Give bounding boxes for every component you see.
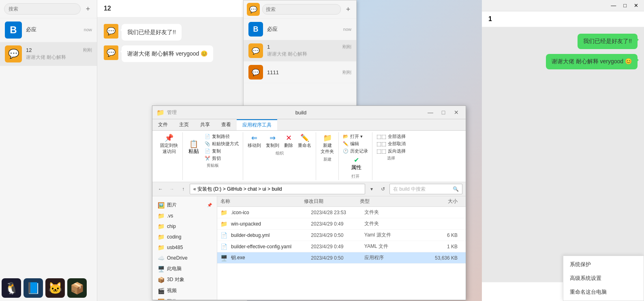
- fe-paste-shortcut-item[interactable]: 📎 粘贴快捷方式: [203, 140, 240, 147]
- fe-refresh-button[interactable]: ↺: [378, 184, 388, 194]
- fe-move-to-button[interactable]: ⇐ 移动到: [246, 133, 263, 150]
- right-maximize-button[interactable]: □: [621, 2, 629, 9]
- fe-sidebar-item-coding[interactable]: 📁 coding: [152, 232, 217, 242]
- file-name-builder-effective: builder-effective-config.yaml: [231, 244, 311, 249]
- fe-maximize-button[interactable]: □: [438, 108, 449, 116]
- col-header-size[interactable]: 大小: [416, 198, 462, 205]
- fe-select-none-item[interactable]: ⬚⬚ 全部取消: [375, 140, 407, 147]
- fe-history-item[interactable]: 🕐 历史记录: [341, 148, 370, 155]
- overlay-list-item-1111[interactable]: 💬 1111 刚刚: [244, 62, 356, 83]
- fe-properties-button[interactable]: ✔ 属性: [348, 155, 365, 173]
- fe-tab-view[interactable]: 查看: [216, 119, 237, 130]
- fe-paste-button[interactable]: 📋 粘贴: [185, 139, 202, 157]
- fe-file-row-builder-effective[interactable]: 📄 builder-effective-config.yaml 2023/4/2…: [217, 241, 466, 252]
- col-header-date[interactable]: 修改日期: [304, 198, 360, 205]
- fe-close-button[interactable]: ✕: [451, 108, 462, 116]
- copy-path-icon: 📄: [205, 134, 210, 139]
- fe-address-input[interactable]: [190, 184, 365, 194]
- fe-clipboard-label: 剪贴板: [207, 163, 219, 168]
- chat-search-input[interactable]: [4, 3, 81, 15]
- fe-file-row-exe[interactable]: 🖥️ 钥.exe 2023/4/29 0:50 应用程序 53,636 KB: [217, 252, 466, 264]
- fe-sidebar-item-videos[interactable]: 🎬 视频: [152, 285, 217, 296]
- fe-paste-shortcut-label: 粘贴快捷方式: [212, 141, 239, 147]
- fe-minimize-button[interactable]: —: [425, 108, 436, 116]
- fe-group-select: ⬚⬚ 全部选择 ⬚⬚ 全部取消 ⬚⬚ 反向选择 选择: [372, 132, 410, 180]
- taskbar-study-icon[interactable]: 📘: [24, 278, 43, 298]
- overlay-time-bing: now: [343, 27, 351, 32]
- fe-select-all-item[interactable]: ⬚⬚ 全部选择: [375, 133, 407, 140]
- overlay-avatar-bing: B: [248, 22, 263, 37]
- system-menu-item-rename[interactable]: 重命名这台电脑: [563, 285, 644, 299]
- fe-sidebar-item-3d[interactable]: 📦 3D 对象: [152, 274, 217, 285]
- fe-cut-item[interactable]: ✂️ 剪切: [203, 155, 240, 162]
- fe-delete-button[interactable]: ✕ 删除: [282, 133, 295, 150]
- fe-tab-home[interactable]: 主页: [173, 119, 195, 130]
- fe-copy-label: 复制: [212, 148, 221, 154]
- taskbar-app2-icon[interactable]: 📦: [67, 278, 87, 298]
- right-minimize-button[interactable]: —: [608, 2, 618, 9]
- chat-item-time-12: 刚刚: [83, 47, 92, 53]
- history-icon: 🕐: [343, 148, 349, 154]
- fe-properties-label: 属性: [351, 164, 362, 171]
- fe-rename-button[interactable]: ✏️ 重命名: [296, 133, 313, 150]
- fe-copy-path-item[interactable]: 📄 复制路径: [203, 133, 240, 140]
- overlay-list-item-1[interactable]: 💬 1 刚刚 谢谢大佬 耐心解释: [244, 40, 356, 62]
- fe-sidebar-item-thispc[interactable]: 🖥️ 此电脑: [152, 263, 217, 274]
- system-menu-item-protect[interactable]: 系统保护: [563, 258, 644, 271]
- fe-dropdown-button[interactable]: ▾: [367, 184, 377, 194]
- fe-sidebar-item-pictures[interactable]: 🖼️ 图片 📌: [152, 200, 217, 211]
- fe-sidebar-item-images[interactable]: 🖼️ 图片: [152, 296, 217, 300]
- fe-sidebar-item-vs[interactable]: 📁 .vs: [152, 211, 217, 221]
- col-header-name[interactable]: 名称: [220, 198, 304, 205]
- fe-tab-app-tools[interactable]: 应用程序工具: [237, 119, 277, 130]
- chat-item-preview-12: 谢谢大佬 耐心解释: [26, 54, 92, 61]
- chat-add-button[interactable]: +: [83, 4, 93, 14]
- fe-new-folder-label: 新建文件夹: [321, 142, 334, 155]
- file-name-builder-debug: builder-debug.yml: [231, 232, 311, 238]
- fe-organize-label: 组织: [276, 150, 284, 156]
- fe-forward-button[interactable]: →: [167, 184, 177, 194]
- overlay-list-item-bing[interactable]: B 必应 now: [244, 19, 356, 40]
- right-chat-messages: 我们已经是好友了!! 谢谢大佬 耐心解释 verygood 😊: [482, 27, 644, 282]
- overlay-search-input[interactable]: [262, 4, 341, 15]
- fe-address-bar: ← → ↑ ▾ ↺ 在 build 中搜索 🔍: [152, 182, 466, 196]
- system-menu-item-advanced[interactable]: 高级系统设置: [563, 271, 644, 285]
- fe-new-folder-button[interactable]: 📁 新建文件夹: [319, 133, 336, 156]
- fe-clipboard-sub: 📄 复制路径 📎 粘贴快捷方式 📄 复制 ✂️: [203, 133, 240, 162]
- taskbar-app1-icon[interactable]: 🐱: [45, 278, 65, 298]
- fe-search-box[interactable]: 在 build 中搜索 🔍: [389, 184, 462, 194]
- fe-tab-file[interactable]: 文件: [152, 119, 173, 130]
- fe-file-row-win-unpacked[interactable]: 📁 win-unpacked 2023/4/29 0:49 文件夹: [217, 218, 466, 230]
- col-header-type[interactable]: 类型: [360, 198, 416, 205]
- fe-file-row-icon-ico[interactable]: 📁 .icon-ico 2023/4/28 23:53 文件夹: [217, 207, 466, 218]
- sidebar-label-videos: 视频: [167, 287, 177, 294]
- sidebar-label-3d: 3D 对象: [167, 276, 184, 283]
- fe-copy-item[interactable]: 📄 复制: [203, 148, 240, 155]
- overlay-add-button[interactable]: +: [343, 4, 353, 14]
- fe-sidebar-item-onedrive[interactable]: ☁️ OneDrive: [152, 253, 217, 263]
- taskbar-qq-icon[interactable]: 🐧: [2, 278, 21, 298]
- fe-back-button[interactable]: ←: [156, 184, 165, 194]
- fe-new-label: 新建: [323, 157, 332, 162]
- file-name-win-unpacked: win-unpacked: [231, 221, 311, 227]
- right-close-button[interactable]: ✕: [631, 2, 641, 9]
- chat-list-item-bing[interactable]: B 必应 now: [0, 18, 97, 42]
- fe-paste-label: 粘贴: [188, 148, 199, 155]
- fe-sidebar-item-chip[interactable]: 📁 chip: [152, 221, 217, 232]
- sidebar-pin-icon: 📌: [207, 203, 212, 207]
- fe-pin-button[interactable]: 📌 固定到快速访问: [158, 133, 180, 156]
- fe-sidebar-item-usb485[interactable]: 📁 usb485: [152, 242, 217, 253]
- chat-item-time: now: [84, 27, 92, 32]
- properties-check-icon: ✔: [354, 156, 359, 164]
- fe-copy-to-button[interactable]: ⇒ 复制到: [264, 133, 281, 150]
- fe-file-row-builder-debug[interactable]: 📄 builder-debug.yml 2023/4/29 0:50 Yaml …: [217, 230, 466, 241]
- chat-item-name-12: 12: [26, 47, 32, 53]
- overlay-avatar: 💬: [247, 3, 260, 16]
- fe-invert-select-item[interactable]: ⬚⬚ 反向选择: [375, 148, 407, 155]
- chat-list-item-12[interactable]: 💬 12 刚刚 谢谢大佬 耐心解释: [0, 42, 97, 66]
- msg-avatar-2: 💬: [104, 45, 118, 60]
- fe-open-item[interactable]: 📂 打开 ▾: [341, 133, 370, 140]
- fe-tab-share[interactable]: 共享: [195, 119, 216, 130]
- fe-up-button[interactable]: ↑: [178, 184, 188, 194]
- fe-edit-item[interactable]: ✏️ 编辑: [341, 140, 370, 147]
